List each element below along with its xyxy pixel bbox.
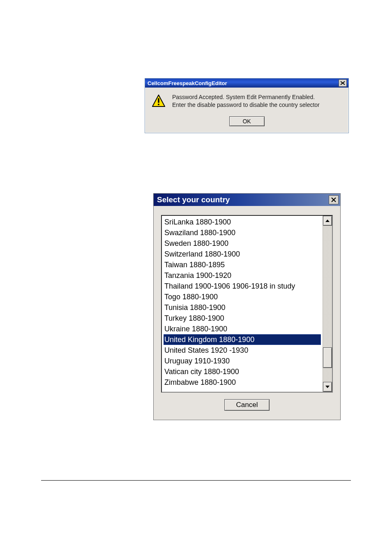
country-listbox[interactable]: SriLanka 1880-1900Swaziland 1880-1900Swe… xyxy=(161,215,333,393)
page-divider xyxy=(41,480,351,481)
close-icon[interactable] xyxy=(339,79,347,87)
msg-dialog-body: Password Accepted. System Edit Permanent… xyxy=(145,88,348,113)
list-item[interactable]: United Kingdom 1880-1900 xyxy=(164,334,321,345)
list-item[interactable]: Vatican city 1880-1900 xyxy=(164,366,321,377)
list-item[interactable]: Swaziland 1880-1900 xyxy=(164,227,321,238)
svg-point-2 xyxy=(158,104,159,105)
sel-dialog-body: SriLanka 1880-1900Swaziland 1880-1900Swe… xyxy=(154,206,340,393)
msg-dialog-text: Password Accepted. System Edit Permanent… xyxy=(172,93,320,109)
msg-line-1: Password Accepted. System Edit Permanent… xyxy=(172,93,320,101)
msg-dialog-title: CellcomFreespeakConfigEditor xyxy=(148,80,339,86)
scroll-down-icon[interactable] xyxy=(323,382,332,392)
svg-rect-1 xyxy=(158,98,159,103)
scrollbar[interactable] xyxy=(323,216,332,392)
list-item[interactable]: Togo 1880-1900 xyxy=(164,291,321,302)
sel-dialog-titlebar[interactable]: Select your country xyxy=(154,194,340,206)
country-list[interactable]: SriLanka 1880-1900Swaziland 1880-1900Swe… xyxy=(162,216,323,392)
list-item[interactable]: Switzerland 1880-1900 xyxy=(164,249,321,259)
msg-dialog-titlebar[interactable]: CellcomFreespeakConfigEditor xyxy=(145,79,348,88)
list-item[interactable]: Sweden 1880-1900 xyxy=(164,238,321,249)
msg-dialog-footer: OK xyxy=(145,113,348,133)
list-item[interactable]: SriLanka 1880-1900 xyxy=(164,217,321,227)
scroll-thumb[interactable] xyxy=(323,347,332,368)
close-icon[interactable] xyxy=(329,195,339,204)
sel-dialog-title: Select your country xyxy=(157,195,329,204)
cancel-button[interactable]: Cancel xyxy=(224,399,270,411)
scroll-up-icon[interactable] xyxy=(323,216,332,226)
list-item[interactable]: Tunisia 1880-1900 xyxy=(164,302,321,313)
list-item[interactable]: Ukraine 1880-1900 xyxy=(164,324,321,334)
list-item[interactable]: Turkey 1880-1900 xyxy=(164,313,321,324)
password-accepted-dialog: CellcomFreespeakConfigEditor Password Ac… xyxy=(145,78,349,133)
sel-dialog-footer: Cancel xyxy=(154,393,340,420)
msg-line-2: Enter the disable password to disable th… xyxy=(172,101,320,109)
list-item[interactable]: United States 1920 -1930 xyxy=(164,345,321,356)
list-item[interactable]: Tanzania 1900-1920 xyxy=(164,270,321,281)
warning-icon xyxy=(152,94,166,108)
svg-marker-3 xyxy=(325,220,330,222)
list-item[interactable]: Thailand 1900-1906 1906-1918 in study xyxy=(164,281,321,291)
select-country-dialog: Select your country SriLanka 1880-1900Sw… xyxy=(153,193,341,420)
list-item[interactable]: Zimbabwe 1880-1900 xyxy=(164,377,321,388)
scroll-track[interactable] xyxy=(323,226,332,382)
ok-button[interactable]: OK xyxy=(229,116,265,126)
list-item[interactable]: Taiwan 1880-1895 xyxy=(164,259,321,270)
svg-marker-4 xyxy=(325,386,330,388)
list-item[interactable]: Uruguay 1910-1930 xyxy=(164,356,321,366)
